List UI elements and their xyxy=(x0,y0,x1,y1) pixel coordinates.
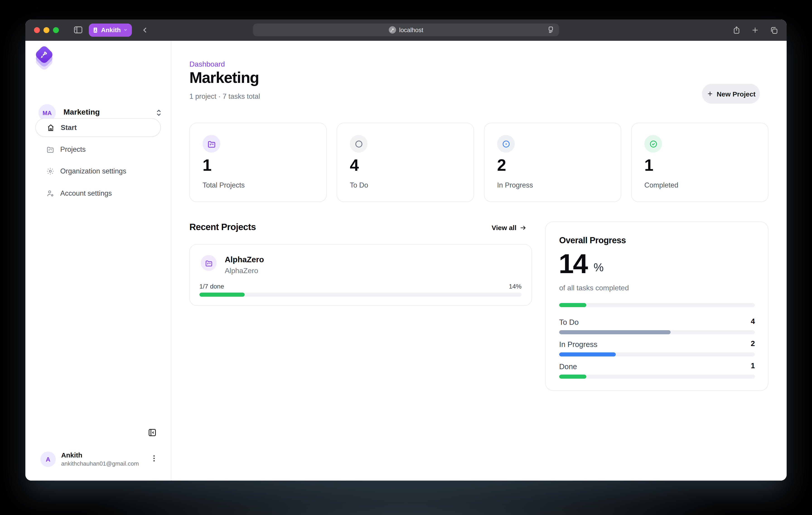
sidebar-item-label: Projects xyxy=(60,145,86,153)
share-icon[interactable] xyxy=(733,26,741,34)
done-progress-fill xyxy=(559,374,586,378)
close-window-button[interactable] xyxy=(34,27,40,33)
stat-label: To Do xyxy=(350,181,368,189)
chevron-down-icon xyxy=(123,28,127,32)
address-bar-url: localhost xyxy=(399,27,424,33)
sidebar: MA Marketing Start xyxy=(25,41,171,481)
stat-card-todo: 4 To Do xyxy=(337,123,474,202)
reader-mode-icon[interactable] xyxy=(547,26,555,33)
project-progress-bar xyxy=(199,293,522,297)
overall-progress-card: Overall Progress 14 % of all tasks compl… xyxy=(545,221,768,391)
view-all-label: View all xyxy=(492,224,517,232)
sidebar-collapse-button[interactable] xyxy=(148,428,157,437)
view-all-link[interactable]: View all xyxy=(492,224,526,232)
todo-progress-fill xyxy=(559,330,671,334)
in-progress-progress-bar xyxy=(559,353,755,357)
user-email: ankithchauhan01@gmail.com xyxy=(61,460,139,467)
page-title: Marketing xyxy=(190,69,259,87)
overall-row-value: 4 xyxy=(751,317,755,326)
circle-dot-icon xyxy=(497,135,515,153)
site-favicon-rocket-icon xyxy=(389,26,396,33)
stat-card-completed: 1 Completed xyxy=(631,123,768,202)
titlebar-right-actions xyxy=(733,20,778,41)
folder-kanban-icon xyxy=(203,135,220,153)
user-avatar: A xyxy=(40,452,56,467)
overall-row-value: 1 xyxy=(751,361,755,370)
new-tab-icon[interactable] xyxy=(751,26,759,34)
browser-window: Ankith localhost xyxy=(25,20,787,481)
main-content: Dashboard Marketing 1 project · 7 tasks … xyxy=(171,41,787,481)
new-project-button[interactable]: New Project xyxy=(702,84,760,104)
stat-label: In Progress xyxy=(497,181,533,189)
in-progress-progress-fill xyxy=(559,353,616,357)
arrow-right-icon xyxy=(519,224,526,231)
address-bar[interactable]: localhost xyxy=(253,24,559,36)
stat-value: 1 xyxy=(203,156,212,175)
stat-card-in-progress: 2 In Progress xyxy=(484,123,621,202)
folder-kanban-icon xyxy=(201,255,216,271)
stat-label: Total Projects xyxy=(203,181,245,189)
sidebar-item-label: Start xyxy=(61,123,77,131)
chevrons-up-down-icon xyxy=(155,108,163,117)
app-body: MA Marketing Start xyxy=(25,41,787,481)
workspace-name: Marketing xyxy=(63,108,100,117)
sidebar-item-account-settings[interactable]: Account settings xyxy=(35,184,161,203)
back-button[interactable] xyxy=(141,26,149,34)
todo-progress-bar xyxy=(559,330,755,334)
home-icon xyxy=(47,123,55,131)
overall-progress-fill xyxy=(559,303,586,307)
project-title: AlphaZero xyxy=(225,255,264,265)
new-project-label: New Project xyxy=(717,90,756,98)
project-progress-fill xyxy=(199,293,244,297)
sidebar-item-start[interactable]: Start xyxy=(35,118,161,137)
circle-check-icon xyxy=(644,135,662,153)
user-name: Ankith xyxy=(61,451,82,459)
plus-icon xyxy=(706,90,714,97)
stat-value: 4 xyxy=(350,156,359,175)
overall-percent-value: 14 xyxy=(559,248,587,279)
browser-titlebar: Ankith localhost xyxy=(25,20,787,41)
overall-row-label: In Progress xyxy=(559,340,598,349)
page-subtitle: 1 project · 7 tasks total xyxy=(190,92,260,100)
sidebar-item-organization-settings[interactable]: Organization settings xyxy=(35,162,161,180)
overall-row-label: Done xyxy=(559,362,577,371)
project-done-count: 1/7 done xyxy=(199,283,224,290)
sidebar-item-projects[interactable]: Projects xyxy=(35,140,161,158)
gear-icon xyxy=(46,167,54,175)
project-card-alphazero[interactable]: AlphaZero AlphaZero 1/7 done 14% xyxy=(190,244,532,306)
user-gear-icon xyxy=(46,189,54,197)
id-badge-icon xyxy=(92,27,99,33)
circle-icon xyxy=(350,135,368,153)
stat-label: Completed xyxy=(644,181,678,189)
profile-button-label: Ankith xyxy=(101,26,121,33)
done-progress-bar xyxy=(559,374,755,378)
zoom-window-button[interactable] xyxy=(53,27,59,33)
overall-progress-bar xyxy=(559,303,755,307)
stat-value: 2 xyxy=(497,156,506,175)
breadcrumb[interactable]: Dashboard xyxy=(190,60,225,68)
project-percent: 14% xyxy=(509,283,522,290)
minimize-window-button[interactable] xyxy=(44,27,49,33)
stat-card-total-projects: 1 Total Projects xyxy=(190,123,327,202)
project-subtitle: AlphaZero xyxy=(225,267,258,275)
user-account-row[interactable]: A Ankith ankithchauhan01@gmail.com xyxy=(25,451,171,471)
overall-row-value: 2 xyxy=(751,339,755,348)
more-vertical-icon[interactable] xyxy=(150,453,158,463)
screenshot-stage: Ankith localhost xyxy=(0,0,812,515)
folder-kanban-icon xyxy=(46,145,54,153)
overall-percent-sign: % xyxy=(593,261,604,274)
browser-sidebar-toggle-icon[interactable] xyxy=(74,26,83,33)
traffic-lights xyxy=(25,27,59,33)
overall-row-label: To Do xyxy=(559,318,579,327)
overall-progress-heading: Overall Progress xyxy=(559,236,626,245)
app-logo xyxy=(33,46,55,70)
browser-profile-button[interactable]: Ankith xyxy=(89,23,132,36)
recent-projects-heading: Recent Projects xyxy=(190,222,256,232)
overall-caption: of all tasks completed xyxy=(559,284,629,292)
sidebar-item-label: Organization settings xyxy=(60,167,126,175)
tab-overview-icon[interactable] xyxy=(770,26,778,34)
sidebar-item-label: Account settings xyxy=(60,189,112,197)
stat-value: 1 xyxy=(644,156,654,175)
